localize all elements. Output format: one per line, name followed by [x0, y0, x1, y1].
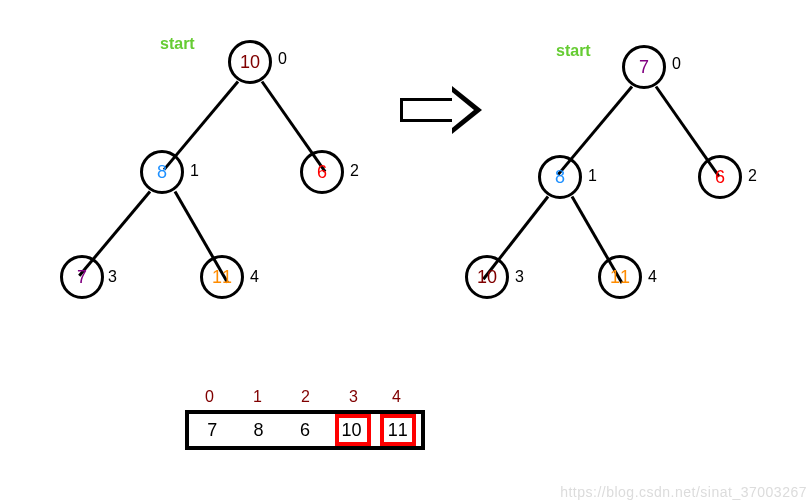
array-highlight-3 — [335, 414, 371, 446]
right-node-4-value: 11 — [610, 267, 630, 288]
right-node-0-value: 7 — [639, 57, 649, 78]
right-node-2-index: 2 — [748, 167, 757, 185]
array-index-0: 0 — [205, 388, 214, 406]
left-node-2-value: 6 — [317, 162, 327, 183]
array-highlight-4 — [380, 414, 416, 446]
array-index-4: 4 — [392, 388, 401, 406]
left-node-1: 8 — [140, 150, 184, 194]
array-cell-0: 7 — [189, 420, 235, 441]
arrow-shaft — [400, 98, 456, 122]
right-node-4-index: 4 — [648, 268, 657, 286]
array-index-1: 1 — [253, 388, 262, 406]
right-node-4: 11 — [598, 255, 642, 299]
left-node-1-index: 1 — [190, 162, 199, 180]
right-node-3: 10 — [465, 255, 509, 299]
array-cell-2: 6 — [282, 420, 328, 441]
right-node-0-index: 0 — [672, 55, 681, 73]
right-node-2: 6 — [698, 155, 742, 199]
watermark: https://blog.csdn.net/sinat_37003267 — [560, 484, 807, 500]
right-node-2-value: 6 — [715, 167, 725, 188]
start-label-right: start — [556, 42, 591, 60]
left-node-0-index: 0 — [278, 50, 287, 68]
left-node-3-index: 3 — [108, 268, 117, 286]
array-index-2: 2 — [301, 388, 310, 406]
diagram-canvas: start 10 0 8 1 6 2 7 3 11 4 start 7 0 8 … — [0, 0, 811, 502]
left-node-0: 10 — [228, 40, 272, 84]
left-node-4-index: 4 — [250, 268, 259, 286]
right-node-3-index: 3 — [515, 268, 524, 286]
right-node-1-index: 1 — [588, 167, 597, 185]
left-node-2: 6 — [300, 150, 344, 194]
array-index-3: 3 — [349, 388, 358, 406]
start-label-left: start — [160, 35, 195, 53]
right-node-1-value: 8 — [555, 167, 565, 188]
array-cell-1: 8 — [235, 420, 281, 441]
arrow-head-inner — [452, 92, 474, 128]
left-node-4: 11 — [200, 255, 244, 299]
left-node-3-value: 7 — [77, 267, 87, 288]
left-node-4-value: 11 — [212, 267, 232, 288]
left-node-2-index: 2 — [350, 162, 359, 180]
left-node-0-value: 10 — [240, 52, 260, 73]
left-node-1-value: 8 — [157, 162, 167, 183]
right-node-3-value: 10 — [477, 267, 497, 288]
left-node-3: 7 — [60, 255, 104, 299]
right-node-0: 7 — [622, 45, 666, 89]
right-node-1: 8 — [538, 155, 582, 199]
